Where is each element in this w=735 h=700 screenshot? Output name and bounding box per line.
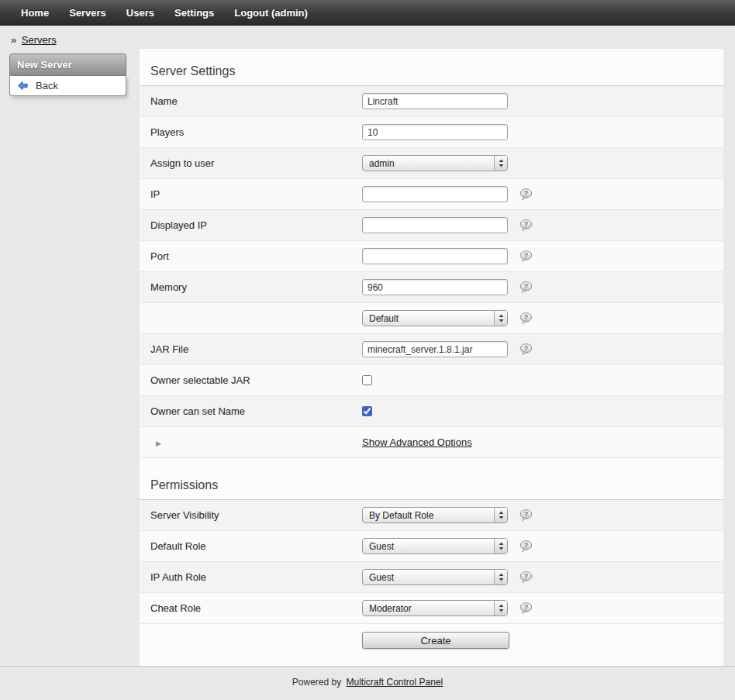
advanced-options-toggle-label: ▶ xyxy=(150,436,362,448)
svg-text:?: ? xyxy=(524,510,529,518)
nav-item-home[interactable]: Home xyxy=(11,7,59,19)
select-stepper-icon xyxy=(494,601,507,616)
jar-file-label: JAR File xyxy=(150,343,362,355)
footer: Powered by Multicraft Control Panel xyxy=(0,666,735,700)
sidebar: New Server Back xyxy=(9,53,126,96)
nav-item-users[interactable]: Users xyxy=(116,7,164,19)
select-stepper-icon xyxy=(494,570,507,584)
breadcrumb-symbol: » xyxy=(11,34,16,46)
help-icon[interactable]: ? xyxy=(519,312,533,325)
svg-text:?: ? xyxy=(524,251,529,259)
help-icon[interactable]: ? xyxy=(519,250,533,263)
form-row-displayed-ip: Displayed IP ? xyxy=(140,210,723,241)
svg-text:?: ? xyxy=(524,603,529,611)
select-value: By Default Role xyxy=(369,510,494,521)
cheat-role-label: Cheat Role xyxy=(150,602,362,614)
sidebar-back-label: Back xyxy=(36,80,58,91)
server-visibility-label: Server Visibility xyxy=(150,509,362,521)
form-row-ip-auth-role: IP Auth Role Guest ? xyxy=(140,562,723,593)
nav-item-servers[interactable]: Servers xyxy=(59,7,116,19)
form-row-owner-selectable-jar: Owner selectable JAR xyxy=(140,365,723,396)
create-button[interactable]: Create xyxy=(362,632,509,649)
default-role-select[interactable]: Guest xyxy=(362,538,508,554)
memory-preset-select[interactable]: Default xyxy=(362,310,508,326)
svg-text:?: ? xyxy=(524,220,529,228)
select-stepper-icon xyxy=(494,311,507,326)
form-row-advanced-options: ▶ Show Advanced Options xyxy=(140,427,723,458)
ip-input[interactable] xyxy=(362,186,508,202)
help-icon[interactable]: ? xyxy=(519,509,533,522)
help-icon[interactable]: ? xyxy=(519,188,533,201)
help-icon[interactable]: ? xyxy=(519,571,533,584)
nav-item-logout[interactable]: Logout (admin) xyxy=(224,7,318,19)
form-row-memory: Memory ? xyxy=(140,272,723,303)
back-arrow-icon xyxy=(17,80,29,91)
sidebar-back-link[interactable]: Back xyxy=(9,76,126,96)
select-value: Default xyxy=(369,313,494,324)
breadcrumb: » Servers xyxy=(0,26,735,49)
select-value: Guest xyxy=(369,541,494,552)
main-content: Server Settings Name Players Assign to u… xyxy=(140,49,723,666)
ip-auth-role-label: IP Auth Role xyxy=(150,571,362,583)
form-row-server-visibility: Server Visibility By Default Role ? xyxy=(140,500,723,531)
assign-to-user-select[interactable]: admin xyxy=(362,155,508,171)
server-settings-rows: Name Players Assign to user admin xyxy=(140,86,723,458)
port-input[interactable] xyxy=(362,248,508,264)
help-icon[interactable]: ? xyxy=(519,540,533,553)
help-icon[interactable]: ? xyxy=(519,219,533,232)
form-row-default-role: Default Role Guest ? xyxy=(140,531,723,562)
svg-text:?: ? xyxy=(524,572,529,580)
players-label: Players xyxy=(150,126,362,138)
help-icon[interactable]: ? xyxy=(519,281,533,294)
select-stepper-icon xyxy=(494,156,507,171)
select-value: Guest xyxy=(369,572,494,583)
select-stepper-icon xyxy=(494,508,507,522)
section-title-server-settings: Server Settings xyxy=(140,49,723,86)
name-input[interactable] xyxy=(362,93,508,109)
players-input[interactable] xyxy=(362,124,508,140)
select-stepper-icon xyxy=(494,539,507,553)
form-row-assign-to-user: Assign to user admin xyxy=(140,148,723,179)
top-nav: Home Servers Users Settings Logout (admi… xyxy=(0,0,735,26)
svg-text:?: ? xyxy=(524,541,529,549)
breadcrumb-link-servers[interactable]: Servers xyxy=(22,34,57,46)
help-icon[interactable]: ? xyxy=(519,343,533,356)
owner-selectable-jar-checkbox[interactable] xyxy=(362,375,372,385)
form-row-jar-file: JAR File ? xyxy=(140,334,723,365)
form-row-port: Port ? xyxy=(140,241,723,272)
server-visibility-select[interactable]: By Default Role xyxy=(362,507,508,523)
assign-to-user-label: Assign to user xyxy=(150,157,362,169)
form-row-memory-preset: Default ? xyxy=(140,303,723,334)
nav-item-settings[interactable]: Settings xyxy=(164,7,224,19)
section-title-permissions: Permissions xyxy=(140,458,723,500)
svg-text:?: ? xyxy=(524,344,529,352)
owner-can-set-name-label: Owner can set Name xyxy=(150,405,362,417)
form-row-name: Name xyxy=(140,86,723,117)
name-label: Name xyxy=(150,95,362,107)
footer-multicraft-link[interactable]: Multicraft Control Panel xyxy=(347,677,443,688)
ip-auth-role-select[interactable]: Guest xyxy=(362,569,508,585)
cheat-role-select[interactable]: Moderator xyxy=(362,600,508,616)
form-row-owner-can-set-name: Owner can set Name xyxy=(140,396,723,427)
memory-input[interactable] xyxy=(362,279,508,295)
form-row-ip: IP ? xyxy=(140,179,723,210)
create-button-row: Create xyxy=(140,624,723,663)
select-value: Moderator xyxy=(369,603,494,614)
show-advanced-options-link[interactable]: Show Advanced Options xyxy=(362,436,472,448)
svg-text:?: ? xyxy=(524,313,529,321)
displayed-ip-input[interactable] xyxy=(362,217,508,233)
default-role-label: Default Role xyxy=(150,540,362,552)
sidebar-title: New Server xyxy=(9,53,126,76)
ip-label: IP xyxy=(150,188,362,200)
svg-text:?: ? xyxy=(524,282,529,290)
collapsed-triangle-icon: ▶ xyxy=(150,440,161,447)
help-icon[interactable]: ? xyxy=(519,602,533,615)
select-value: admin xyxy=(369,158,494,169)
footer-text: Powered by xyxy=(292,677,341,688)
form-row-cheat-role: Cheat Role Moderator ? xyxy=(140,593,723,624)
jar-file-input[interactable] xyxy=(362,341,508,357)
owner-can-set-name-checkbox[interactable] xyxy=(362,406,372,416)
permissions-rows: Server Visibility By Default Role ? Defa… xyxy=(140,500,723,624)
svg-text:?: ? xyxy=(524,189,529,197)
owner-selectable-jar-label: Owner selectable JAR xyxy=(150,374,362,386)
